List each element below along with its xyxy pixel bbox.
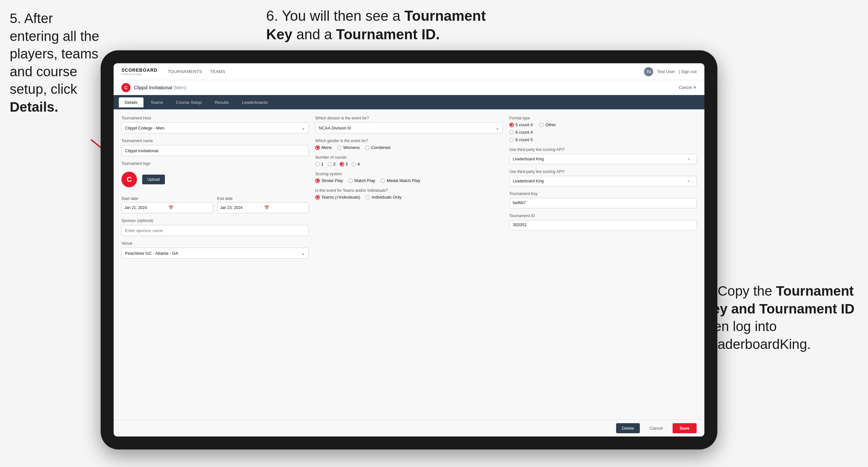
tab-bar: Details Teams Course Setup Results Leade… [114,95,704,110]
third-party-2-wrap: ✕ ⌄ [509,176,696,186]
third-party-2-input[interactable] [509,176,696,186]
scoring-stroke-radio[interactable] [315,179,320,183]
gender-radio-group: Mens Womens Combined [315,145,502,150]
form-col2: Which division is the event for? NCAA Di… [315,116,502,259]
third-party-2-group: Use third-party live scoring API? ✕ ⌄ [509,169,696,186]
scoring-stroke[interactable]: Stroke Play [315,178,343,183]
tab-leaderboards[interactable]: Leaderboards [236,97,274,107]
tab-course-setup[interactable]: Course Setup [170,97,208,107]
third-party-1-input[interactable] [509,154,696,164]
rounds-1[interactable]: 1 [315,162,323,166]
tournament-key-group: Tournament Key bef6b7 [509,191,696,208]
scoring-match-radio[interactable] [348,179,353,183]
venue-select[interactable]: Peachtree GC - Atlanta - GA ⌄ [121,248,309,259]
format-group: Format type 5 count 4 Other [509,116,696,142]
scoring-medal-radio[interactable] [380,179,385,183]
division-label: Which division is the event for? [315,116,502,120]
gender-womens-radio[interactable] [337,145,341,150]
tablet-frame: SCOREBOARD Powered by clippl TOURNAMENTS… [101,50,717,449]
format-6count5[interactable]: 6 count 5 [509,137,696,142]
scoring-radio-group: Stroke Play Match Play Medal Match Play [315,178,502,183]
tablet-screen: SCOREBOARD Powered by clippl TOURNAMENTS… [114,63,704,436]
delete-button[interactable]: Delete [616,423,640,433]
rounds-4[interactable]: 4 [351,162,360,166]
logo-label: Tournament logo [121,161,309,166]
tournament-key-value: bef6b7 [509,198,696,208]
nav-tournaments[interactable]: TOURNAMENTS [168,69,202,74]
format-row-1: 5 count 4 Other [509,122,696,127]
format-6count4[interactable]: 6 count 4 [509,130,696,135]
host-label: Tournament Host [121,116,309,120]
gender-mens-radio[interactable] [315,145,320,150]
upload-button[interactable]: Upload [142,175,165,184]
tournament-name-label: Tournament name [121,138,309,143]
format-6count4-radio[interactable] [509,130,514,135]
format-5count4[interactable]: 5 count 4 [509,122,533,127]
host-select[interactable]: Clippd College - Men ⌄ [121,122,309,133]
teams-plus-individuals[interactable]: Teams (+Individuals) [315,195,360,199]
teams-label: Is this event for Teams and/or Individua… [315,188,502,193]
tournament-id-value: 302051 [509,220,696,230]
individuals-only-radio[interactable] [366,195,370,199]
gender-mens[interactable]: Mens [315,145,332,150]
start-date-input[interactable]: Jan 21, 2024 📅 [121,202,213,213]
end-date-group: End date Jan 23, 2024 📅 [217,196,309,213]
rounds-1-radio[interactable] [315,162,320,166]
format-5count4-radio[interactable] [509,123,514,127]
host-chevron-icon: ⌄ [302,126,305,130]
tournament-name-input[interactable] [121,145,309,156]
tournament-title: Clippd Invitational (Men) [134,85,186,90]
third-party-2-clear-icon[interactable]: ✕ ⌄ [687,179,694,183]
rounds-3[interactable]: 3 [340,162,348,166]
rounds-2-radio[interactable] [328,162,332,166]
cancel-header-button[interactable]: Cancel ✕ [679,85,696,90]
user-name: Test User [657,69,675,74]
tab-details[interactable]: Details [119,97,144,107]
start-calendar-icon: 📅 [168,206,210,210]
tournament-key-label: Tournament Key [509,191,696,196]
start-date-group: Start date Jan 21, 2024 📅 [121,196,213,213]
gender-label: Which gender is the event for? [315,138,502,143]
sponsor-input[interactable] [121,225,309,236]
teams-plus-radio[interactable] [315,195,320,199]
scoring-medal[interactable]: Medal Match Play [380,178,420,183]
form-col3: Format type 5 count 4 Other [509,116,696,259]
tab-results[interactable]: Results [209,97,235,107]
save-button[interactable]: Save [673,423,696,433]
sign-out-link[interactable]: | Sign out [679,69,696,74]
nav-right: TU Test User | Sign out [644,67,696,76]
rounds-3-radio[interactable] [340,162,344,166]
division-group: Which division is the event for? NCAA Di… [315,116,502,133]
format-other-radio[interactable] [539,123,544,127]
teams-radio-group: Teams (+Individuals) Individuals Only [315,195,502,199]
nav-teams[interactable]: TEAMS [210,69,225,74]
end-date-input[interactable]: Jan 23, 2024 📅 [217,202,309,213]
rounds-label: Number of rounds [315,155,502,160]
logo-text: SCOREBOARD [121,67,157,73]
rounds-group: Number of rounds 1 2 [315,155,502,166]
user-avatar: TU [644,67,653,76]
format-other[interactable]: Other [539,122,556,127]
rounds-2[interactable]: 2 [328,162,336,166]
bottom-toolbar: Delete Cancel Save [114,419,704,436]
venue-chevron-icon: ⌄ [302,251,305,256]
annotation-left: 5. After entering all the players, teams… [10,10,101,116]
cancel-button[interactable]: Cancel [644,423,669,433]
rounds-4-radio[interactable] [351,162,356,166]
sponsor-label: Sponsor (optional) [121,218,309,223]
annotation-top-right: 6. You will then see a Tournament Key an… [266,6,487,43]
tournament-id-group: Tournament ID 302051 [509,214,696,230]
format-6count5-radio[interactable] [509,137,514,142]
division-select[interactable]: NCAA Division III ⌄ [315,122,502,133]
third-party-1-clear-icon[interactable]: ✕ ⌄ [687,157,694,161]
gender-combined-radio[interactable] [365,145,369,150]
gender-womens[interactable]: Womens [337,145,360,150]
tab-teams[interactable]: Teams [145,97,169,107]
scoring-group: Scoring system Stroke Play Match Play [315,172,502,183]
individuals-only[interactable]: Individuals Only [366,195,402,199]
scoring-match[interactable]: Match Play [348,178,375,183]
format-radio-group: 5 count 4 Other 6 count 4 [509,122,696,142]
tournament-logo-icon: C [121,83,130,92]
gender-combined[interactable]: Combined [365,145,390,150]
nav-links: TOURNAMENTS TEAMS [168,69,225,74]
